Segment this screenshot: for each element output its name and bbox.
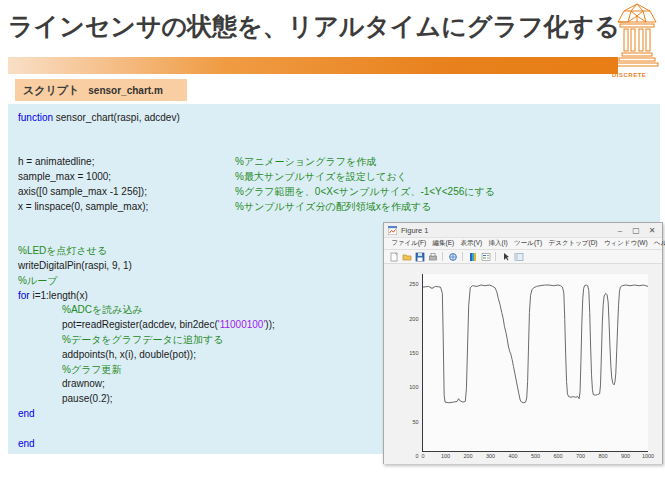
- code-comment: %グラフ更新: [62, 364, 122, 375]
- figure-menubar: ファイル(F)編集(E)表示(V)挿入(I)ツール(T)デスクトップ(D)ウィン…: [384, 238, 662, 250]
- code-comment: %グラフ範囲を、0<X<サンプルサイズ、-1<Y<256にする: [235, 185, 495, 200]
- script-filename: sensor_chart.m: [88, 85, 162, 96]
- code-text: writeDigitalPin(raspi, 9, 1): [18, 260, 132, 271]
- code-text: axis([0 sample_max -1 256]);: [18, 186, 147, 197]
- code-line: h = animatedline;%アニメーショングラフを作成: [8, 155, 660, 170]
- insert-colorbar-icon[interactable]: [467, 251, 478, 262]
- code-keyword: function: [18, 112, 56, 123]
- code-comment: %ループ: [18, 275, 57, 286]
- menu-item[interactable]: 表示(V): [457, 239, 485, 248]
- open-folder-icon[interactable]: [401, 251, 412, 262]
- figure-app-icon: [388, 226, 397, 235]
- code-comment: %最大サンプルサイズを設定しておく: [235, 170, 407, 185]
- x-tick-label: 500: [531, 453, 540, 459]
- company-logo: DISCRETE: [612, 2, 665, 84]
- menu-item[interactable]: ツール(T): [511, 239, 545, 248]
- code-comment: %アニメーショングラフを作成: [235, 155, 376, 170]
- code-text: h = animatedline;: [18, 156, 94, 167]
- y-tick-label: 250: [409, 281, 418, 287]
- sensor-line-chart: [423, 274, 648, 451]
- x-tick-label: 100: [441, 453, 450, 459]
- script-label-box: スクリプト sensor_chart.m: [15, 79, 187, 101]
- x-tick-label: 300: [486, 453, 495, 459]
- x-tick-label: 400: [508, 453, 517, 459]
- maximize-button[interactable]: ▢: [628, 223, 644, 238]
- toolbar-separator: [442, 252, 443, 261]
- code-keyword: end: [18, 408, 35, 419]
- x-tick-label: 600: [553, 453, 562, 459]
- menu-item[interactable]: ヘルプ(H): [651, 239, 665, 248]
- code-comment: %サンプルサイズ分の配列領域xを作成する: [235, 200, 431, 215]
- code-line: [8, 141, 660, 156]
- pointer-icon[interactable]: [500, 251, 511, 262]
- x-tick-label: 1000: [642, 453, 654, 459]
- insert-legend-icon[interactable]: [480, 251, 491, 262]
- code-text: addpoints(h, x(i), double(pot));: [62, 349, 196, 360]
- print-icon[interactable]: [427, 251, 438, 262]
- code-text: sensor_chart(raspi, adcdev): [56, 112, 180, 123]
- menu-item[interactable]: ウィンドウ(W): [601, 239, 651, 248]
- y-tick-label: 150: [409, 350, 418, 356]
- x-tick-label: 0: [421, 453, 424, 459]
- script-label: スクリプト: [23, 83, 79, 98]
- y-tick-label: 50: [412, 419, 418, 425]
- y-tick-label: 200: [409, 316, 418, 322]
- x-tick-label: 200: [463, 453, 472, 459]
- code-keyword: for: [18, 290, 32, 301]
- figure-window-title: Figure 1: [401, 226, 429, 235]
- page-title: ラインセンサの状態を、リアルタイムにグラフ化する: [8, 10, 618, 43]
- code-line: x = linspace(0, sample_max);%サンプルサイズ分の配列…: [8, 200, 660, 215]
- y-tick-label: 100: [409, 384, 418, 390]
- code-text: pot=readRegister(adcdev, bin2dec(: [62, 319, 218, 330]
- code-text: sample_max = 1000;: [18, 171, 111, 182]
- menu-item[interactable]: ファイル(F): [388, 239, 429, 248]
- x-tick-label: 700: [576, 453, 585, 459]
- code-string: '11000100': [218, 319, 266, 330]
- code-comment: %ADCを読み込み: [62, 304, 143, 315]
- x-tick-label: 900: [621, 453, 630, 459]
- figure-toolbar: [384, 250, 662, 264]
- window-controls: –▢✕: [612, 223, 660, 238]
- matlab-figure-window: Figure 1 –▢✕ ファイル(F)編集(E)表示(V)挿入(I)ツール(T…: [383, 222, 663, 464]
- save-icon[interactable]: [414, 251, 425, 262]
- code-text: pause(0.2);: [62, 393, 113, 404]
- figure-canvas: 050100150200250 010020030040050060070080…: [384, 264, 662, 464]
- logo-text: DISCRETE: [612, 72, 646, 78]
- code-text: drawnow;: [62, 378, 105, 389]
- code-line: sample_max = 1000;%最大サンプルサイズを設定しておく: [8, 170, 660, 185]
- code-line: axis([0 sample_max -1 256]);%グラフ範囲を、0<X<…: [8, 185, 660, 200]
- code-comment: %データをグラフデータに追加する: [62, 334, 223, 345]
- x-tick-label: 800: [598, 453, 607, 459]
- toolbar-separator: [462, 252, 463, 261]
- menu-item[interactable]: デスクトップ(D): [545, 239, 600, 248]
- code-keyword: end: [18, 438, 35, 449]
- menu-item[interactable]: 挿入(I): [485, 239, 511, 248]
- plot-browser-icon[interactable]: [513, 251, 524, 262]
- code-text: x = linspace(0, sample_max);: [18, 201, 148, 212]
- code-text: ));: [265, 319, 274, 330]
- code-comment: %LEDを点灯させる: [18, 245, 107, 256]
- code-line: [8, 126, 660, 141]
- slide: ラインセンサの状態を、リアルタイムにグラフ化する DISCRETE スクリプト …: [0, 0, 665, 477]
- link-icon[interactable]: [447, 251, 458, 262]
- code-line: function sensor_chart(raspi, adcdev): [8, 111, 660, 126]
- pavilion-logo-icon: [612, 2, 662, 70]
- toolbar-separator: [495, 252, 496, 261]
- close-button[interactable]: ✕: [644, 223, 660, 238]
- accent-bar: [8, 57, 618, 74]
- new-file-icon[interactable]: [388, 251, 399, 262]
- minimize-button[interactable]: –: [612, 223, 628, 238]
- code-text: i=1:length(x): [32, 290, 87, 301]
- menu-item[interactable]: 編集(E): [429, 239, 457, 248]
- plot-area: 050100150200250 010020030040050060070080…: [422, 274, 648, 452]
- y-tick-label: 0: [415, 453, 418, 459]
- figure-titlebar[interactable]: Figure 1 –▢✕: [384, 223, 662, 238]
